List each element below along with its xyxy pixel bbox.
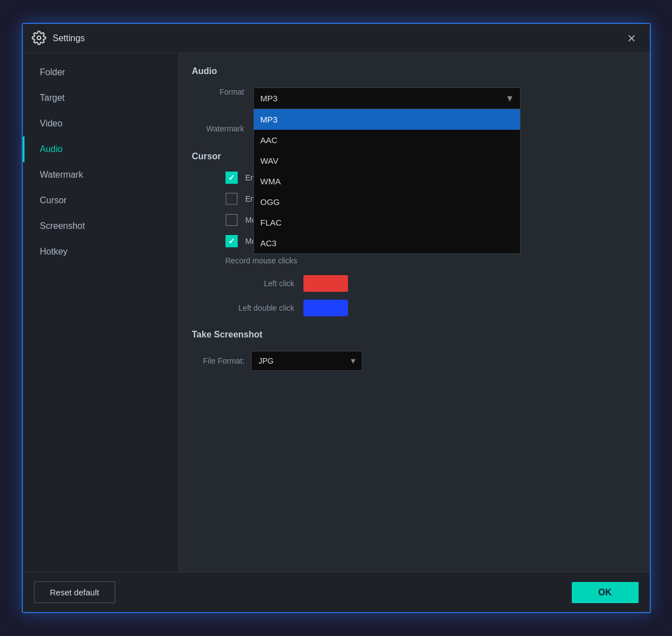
watermark-label: Watermark — [192, 124, 253, 133]
file-format-select[interactable]: JPG PNG BMP — [251, 351, 362, 371]
left-click-label: Left click — [225, 279, 303, 288]
settings-window: Settings ✕ Folder Target Video Audio Wat… — [22, 23, 651, 613]
close-button[interactable]: ✕ — [623, 30, 641, 47]
checkbox-click-sound-input[interactable] — [225, 214, 238, 226]
reset-default-button[interactable]: Reset default — [34, 581, 115, 603]
left-click-row: Left click — [192, 275, 632, 292]
format-dropdown-wrapper: MP3 ▼ MP3 AAC WAV WMA OGG FLAC — [253, 87, 521, 109]
format-option-wma[interactable]: WMA — [254, 171, 520, 192]
checkbox-embed-recording-input[interactable] — [225, 172, 238, 184]
format-option-ogg[interactable]: OGG — [254, 192, 520, 212]
window-title: Settings — [53, 33, 623, 43]
record-clicks-title: Record mouse clicks — [192, 256, 632, 265]
format-label: Format — [192, 87, 253, 96]
title-bar: Settings ✕ — [23, 24, 650, 53]
file-format-label: File Format: — [203, 356, 245, 365]
format-option-aac[interactable]: AAC — [254, 130, 520, 150]
screenshot-section: Take Screenshot File Format: JPG PNG BMP… — [192, 330, 632, 371]
checkbox-embed-screenshot-input[interactable] — [225, 193, 238, 205]
sidebar-item-watermark[interactable]: Watermark — [23, 162, 178, 188]
main-content: Folder Target Video Audio Watermark Curs… — [23, 53, 650, 572]
sidebar-item-screenshot[interactable]: Screenshot — [23, 213, 178, 239]
sidebar-item-target[interactable]: Target — [23, 85, 178, 111]
format-row: Format MP3 ▼ MP3 AAC WAV WMA — [192, 87, 632, 109]
left-double-click-color[interactable] — [303, 300, 348, 316]
format-option-ac3[interactable]: AC3 — [254, 233, 520, 253]
svg-point-0 — [37, 36, 41, 40]
ok-button[interactable]: OK — [572, 582, 639, 603]
format-option-mp3[interactable]: MP3 — [254, 109, 520, 130]
format-dropdown-open: MP3 AAC WAV WMA OGG FLAC AC3 — [253, 109, 521, 254]
settings-icon — [32, 31, 47, 46]
file-format-dropdown: JPG PNG BMP ▼ — [251, 351, 362, 371]
sidebar: Folder Target Video Audio Watermark Curs… — [23, 53, 179, 572]
format-option-flac[interactable]: FLAC — [254, 212, 520, 233]
file-format-row: File Format: JPG PNG BMP ▼ — [192, 351, 632, 371]
sidebar-item-video[interactable]: Video — [23, 111, 178, 136]
format-option-wav[interactable]: WAV — [254, 150, 520, 171]
sidebar-item-folder[interactable]: Folder — [23, 60, 178, 85]
screenshot-section-title: Take Screenshot — [192, 330, 632, 340]
audio-section: Audio Format MP3 ▼ MP3 AAC — [192, 66, 632, 138]
format-dropdown-trigger[interactable]: MP3 ▼ — [253, 87, 521, 109]
left-double-click-row: Left double click — [192, 300, 632, 316]
left-click-color[interactable] — [303, 275, 348, 292]
bottom-bar: Reset default OK — [23, 572, 650, 612]
left-double-click-label: Left double click — [225, 304, 303, 312]
sidebar-item-cursor[interactable]: Cursor — [23, 188, 178, 213]
sidebar-item-hotkey[interactable]: Hotkey — [23, 239, 178, 265]
checkbox-click-effect-input[interactable] — [225, 235, 238, 247]
settings-panel: Audio Format MP3 ▼ MP3 AAC — [179, 53, 650, 572]
format-dropdown-arrow-icon: ▼ — [506, 94, 514, 104]
sidebar-item-audio[interactable]: Audio — [23, 136, 178, 162]
audio-section-title: Audio — [192, 66, 632, 76]
